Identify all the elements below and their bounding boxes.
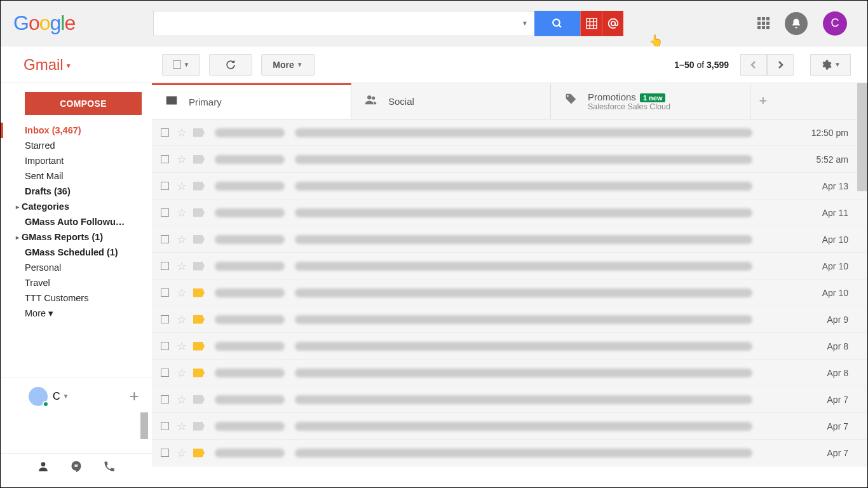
sidebar-item-label: Personal xyxy=(25,262,61,273)
gmass-grid-button[interactable] xyxy=(580,11,602,36)
scrollbar[interactable] xyxy=(140,412,148,439)
email-row[interactable]: ☆12:50 pm xyxy=(152,119,867,146)
sidebar-item[interactable]: More ▾ xyxy=(1,306,152,321)
select-all-button[interactable]: ▼ xyxy=(162,54,200,76)
search-button[interactable] xyxy=(534,11,580,36)
apps-icon[interactable] xyxy=(757,17,770,29)
row-checkbox[interactable] xyxy=(161,342,169,350)
phone-icon[interactable] xyxy=(103,460,116,476)
compose-button[interactable]: COMPOSE xyxy=(25,92,142,115)
email-row[interactable]: ☆Apr 10 xyxy=(152,253,867,280)
importance-marker-icon[interactable] xyxy=(193,315,205,324)
sidebar-item[interactable]: Inbox (3,467) xyxy=(1,123,152,138)
star-icon[interactable]: ☆ xyxy=(177,446,187,460)
importance-marker-icon[interactable] xyxy=(193,422,205,431)
row-checkbox[interactable] xyxy=(161,182,169,190)
email-row[interactable]: ☆Apr 13 xyxy=(152,173,867,200)
star-icon[interactable]: ☆ xyxy=(177,206,187,220)
row-checkbox[interactable] xyxy=(161,315,169,323)
refresh-button[interactable] xyxy=(209,54,252,76)
account-avatar[interactable]: C xyxy=(823,11,847,36)
tab-promotions[interactable]: Promotions1 new Salesforce Sales Cloud xyxy=(551,83,750,119)
email-row[interactable]: ☆Apr 8 xyxy=(152,360,867,386)
row-checkbox[interactable] xyxy=(161,422,169,430)
add-tab-button[interactable]: + xyxy=(750,83,776,119)
tab-social[interactable]: Social xyxy=(351,83,551,119)
search-input-wrap[interactable]: ▼ xyxy=(153,11,534,36)
email-row[interactable]: ☆Apr 7 xyxy=(152,413,867,440)
row-checkbox[interactable] xyxy=(161,235,169,243)
search-input[interactable] xyxy=(160,18,522,29)
gmass-at-button[interactable] xyxy=(602,11,623,36)
email-row[interactable]: ☆Apr 9 xyxy=(152,306,867,333)
row-checkbox[interactable] xyxy=(161,128,169,137)
importance-marker-icon[interactable] xyxy=(193,262,205,271)
prev-page-button[interactable] xyxy=(740,54,767,76)
settings-button[interactable]: ▼ xyxy=(810,54,851,76)
row-checkbox[interactable] xyxy=(161,208,169,217)
sidebar-item[interactable]: GMass Auto Followu… xyxy=(1,214,152,229)
next-page-button[interactable] xyxy=(767,54,794,76)
add-contact-button[interactable]: + xyxy=(130,386,139,406)
google-logo[interactable]: Google xyxy=(13,11,153,35)
email-date: Apr 7 xyxy=(827,448,861,458)
email-row[interactable]: ☆Apr 10 xyxy=(152,280,867,306)
importance-marker-icon[interactable] xyxy=(193,395,205,404)
page-scrollbar[interactable] xyxy=(857,83,867,191)
star-icon[interactable]: ☆ xyxy=(177,233,187,247)
row-checkbox[interactable] xyxy=(161,395,169,403)
sidebar-item[interactable]: ▸Categories xyxy=(1,199,152,214)
row-checkbox[interactable] xyxy=(161,155,169,163)
sidebar-item[interactable]: Starred xyxy=(1,138,152,153)
notifications-button[interactable] xyxy=(785,12,808,35)
star-icon[interactable]: ☆ xyxy=(177,339,187,353)
star-icon[interactable]: ☆ xyxy=(177,286,187,300)
chevron-down-icon: ▼ xyxy=(65,62,72,69)
tab-primary[interactable]: Primary xyxy=(152,83,351,119)
email-row[interactable]: ☆5:52 am xyxy=(152,146,867,173)
star-icon[interactable]: ☆ xyxy=(177,152,187,166)
sidebar-item[interactable]: Important xyxy=(1,153,152,168)
star-icon[interactable]: ☆ xyxy=(177,179,187,193)
tabs: Primary Social Promotions1 new Salesforc… xyxy=(152,83,867,119)
hangouts-icon[interactable] xyxy=(70,460,83,476)
sidebar-item[interactable]: TTT Customers xyxy=(1,290,152,306)
sidebar-item[interactable]: ▸GMass Reports (1) xyxy=(1,229,152,245)
star-icon[interactable]: ☆ xyxy=(177,126,187,140)
email-row[interactable]: ☆Apr 10 xyxy=(152,226,867,253)
row-checkbox[interactable] xyxy=(161,288,169,297)
importance-marker-icon[interactable] xyxy=(193,288,205,297)
gmail-dropdown[interactable]: Gmail▼ xyxy=(1,56,128,74)
row-checkbox[interactable] xyxy=(161,449,169,457)
importance-marker-icon[interactable] xyxy=(193,128,205,137)
sidebar-item[interactable]: Personal xyxy=(1,260,152,275)
star-icon[interactable]: ☆ xyxy=(177,313,187,327)
sidebar-item[interactable]: Travel xyxy=(1,275,152,290)
importance-marker-icon[interactable] xyxy=(193,235,205,244)
sidebar-item[interactable]: GMass Scheduled (1) xyxy=(1,245,152,260)
sidebar-item[interactable]: Sent Mail xyxy=(1,168,152,184)
importance-marker-icon[interactable] xyxy=(193,342,205,351)
more-button[interactable]: More▼ xyxy=(261,54,315,76)
email-row[interactable]: ☆Apr 8 xyxy=(152,333,867,360)
email-row[interactable]: ☆Apr 7 xyxy=(152,386,867,413)
importance-marker-icon[interactable] xyxy=(193,369,205,377)
star-icon[interactable]: ☆ xyxy=(177,259,187,273)
page-count[interactable]: 1–50 of 3,599 xyxy=(674,60,729,70)
star-icon[interactable]: ☆ xyxy=(177,419,187,433)
star-icon[interactable]: ☆ xyxy=(177,366,187,380)
importance-marker-icon[interactable] xyxy=(193,449,205,458)
hangouts-user[interactable]: C ▼ + xyxy=(1,386,152,406)
row-checkbox[interactable] xyxy=(161,369,169,377)
row-checkbox[interactable] xyxy=(161,262,169,270)
importance-marker-icon[interactable] xyxy=(193,208,205,217)
email-row[interactable]: ☆Apr 7 xyxy=(152,440,867,466)
search-dropdown-icon[interactable]: ▼ xyxy=(522,20,528,27)
content: Primary Social Promotions1 new Salesforc… xyxy=(152,83,867,488)
sidebar-item[interactable]: Drafts (36) xyxy=(1,184,152,199)
email-row[interactable]: ☆Apr 11 xyxy=(152,200,867,226)
importance-marker-icon[interactable] xyxy=(193,155,205,164)
importance-marker-icon[interactable] xyxy=(193,182,205,191)
contacts-icon[interactable] xyxy=(37,460,50,476)
star-icon[interactable]: ☆ xyxy=(177,393,187,407)
